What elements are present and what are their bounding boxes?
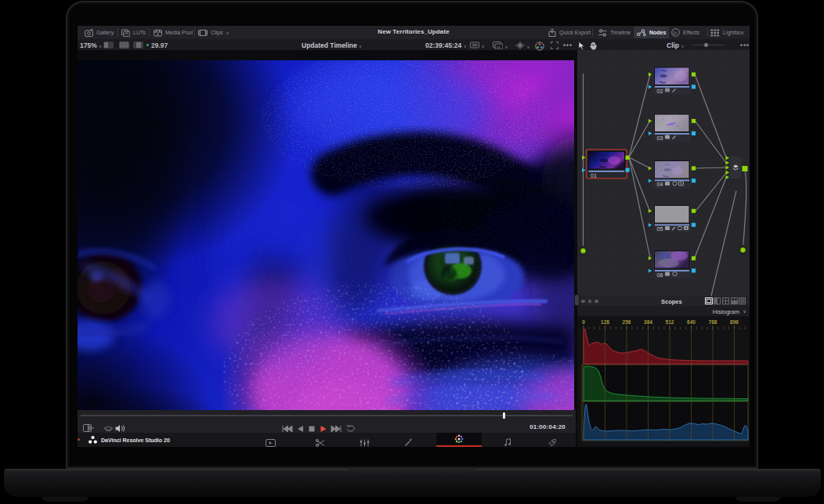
svg-text:us: us	[497, 45, 501, 49]
svg-text:768: 768	[709, 319, 717, 325]
svg-text:04: 04	[657, 182, 663, 187]
svg-text:05: 05	[657, 226, 663, 232]
svg-text:128: 128	[601, 319, 609, 325]
svg-text:fx: fx	[674, 30, 678, 35]
svg-text:06: 06	[657, 272, 663, 278]
svg-text:896: 896	[730, 319, 739, 325]
svg-text:01: 01	[591, 173, 597, 178]
svg-text:512: 512	[666, 319, 674, 325]
svg-text:02: 02	[657, 88, 663, 94]
svg-text:640: 640	[687, 319, 696, 325]
svg-text:256: 256	[623, 319, 631, 325]
svg-text:03: 03	[657, 135, 663, 141]
svg-text:0: 0	[582, 319, 585, 325]
svg-text:384: 384	[644, 319, 652, 325]
